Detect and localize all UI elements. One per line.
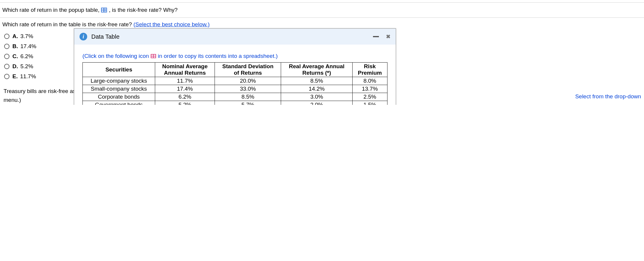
table-cell: Small-company stocks (83, 85, 155, 93)
table-cell: 13.7% (352, 85, 387, 93)
radio-icon[interactable] (4, 74, 9, 79)
main-question-pre: Which rate of return in the popup table, (2, 7, 99, 13)
minimize-icon[interactable] (373, 36, 379, 37)
table-cell: 20.0% (215, 77, 281, 85)
option-label: B.17.4% (12, 43, 36, 50)
table-cell: 2.0% (281, 101, 352, 105)
modal-title: Data Table (91, 33, 119, 40)
data-table: SecuritiesNominal AverageAnnual ReturnsS… (82, 62, 387, 105)
table-cell: 33.0% (215, 85, 281, 93)
table-cell: 6.2% (155, 93, 215, 101)
table-row: Government bonds5.2%5.7%2.0%1.5% (83, 101, 387, 105)
table-grid-icon[interactable] (101, 8, 107, 12)
main-question-post: , is the risk-free rate? Why? (109, 7, 177, 13)
table-header: Real Average AnnualReturns (*) (281, 63, 352, 77)
explanation-line1: Treasury bills are risk-free ass (4, 88, 79, 94)
table-row: Large-company stocks11.7%20.0%8.5%8.0% (83, 77, 387, 85)
table-cell: Large-company stocks (83, 77, 155, 85)
table-header: Standard Deviationof Returns (215, 63, 281, 77)
info-icon: i (80, 33, 87, 40)
table-row: Small-company stocks17.4%33.0%14.2%13.7% (83, 85, 387, 93)
table-cell: Government bonds (83, 101, 155, 105)
table-cell: 8.5% (215, 93, 281, 101)
radio-icon[interactable] (4, 34, 9, 39)
copy-hint: (Click on the following icon in order to… (82, 53, 387, 59)
table-cell: 2.5% (352, 93, 387, 101)
table-cell: 5.2% (155, 101, 215, 105)
table-header: Nominal AverageAnnual Returns (155, 63, 215, 77)
table-cell: 8.0% (352, 77, 387, 85)
table-cell: 5.7% (215, 101, 281, 105)
table-cell: 1.5% (352, 101, 387, 105)
table-header: Securities (83, 63, 155, 77)
dropdown-hint: Select from the drop-down (575, 93, 641, 100)
table-cell: 17.4% (155, 85, 215, 93)
table-header: RiskPremium (352, 63, 387, 77)
copy-hint-pre: (Click on the following icon (82, 53, 149, 59)
sub-question-link: (Select the best choice below.) (134, 21, 210, 27)
copy-hint-post: in order to copy its contents into a spr… (158, 53, 278, 59)
sub-question-pre: Which rate of return in the table is the… (2, 21, 134, 27)
table-row: Corporate bonds6.2%8.5%3.0%2.5% (83, 93, 387, 101)
sub-question: Which rate of return in the table is the… (0, 20, 644, 28)
radio-icon[interactable] (4, 44, 9, 49)
table-cell: 14.2% (281, 85, 352, 93)
radio-icon[interactable] (4, 54, 9, 59)
option-label: C.6.2% (12, 53, 33, 60)
table-cell: 8.5% (281, 77, 352, 85)
main-question: Which rate of return in the popup table,… (0, 5, 644, 15)
explanation-line2: menu.) (4, 97, 21, 103)
option-label: A.3.7% (12, 33, 33, 40)
table-cell: 11.7% (155, 77, 215, 85)
radio-icon[interactable] (4, 64, 9, 69)
option-label: E.11.7% (12, 73, 36, 80)
close-icon[interactable]: ✖ (386, 33, 390, 40)
table-cell: Corporate bonds (83, 93, 155, 101)
table-cell: 3.0% (281, 93, 352, 101)
option-label: D.5.2% (12, 63, 33, 70)
data-table-modal: i Data Table ✖ (Click on the following i… (74, 28, 396, 105)
modal-header: i Data Table ✖ (74, 29, 396, 45)
spreadsheet-icon[interactable] (151, 54, 156, 58)
